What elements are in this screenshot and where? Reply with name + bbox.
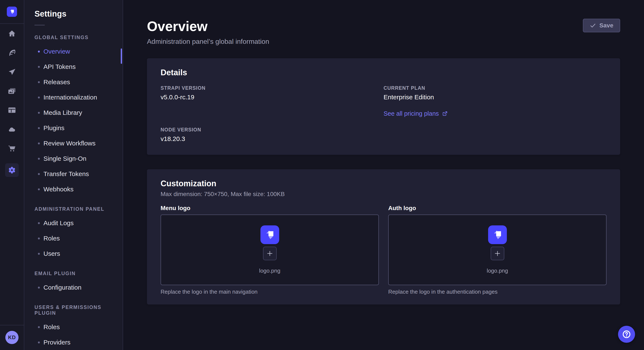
auth-logo-preview [488,225,507,244]
plus-icon [266,250,273,257]
sidebar-item-media-library[interactable]: Media Library [24,105,123,120]
menu-logo-upload-box[interactable]: logo.png [160,214,379,285]
sidebar-item-label: API Tokens [44,63,76,70]
workspace-logo-block[interactable] [0,0,24,24]
bullet-icon [38,127,40,129]
sidebar-item-transfer-tokens[interactable]: Transfer Tokens [24,166,123,181]
nav-content-type-builder-button[interactable] [5,48,19,57]
details-grid: STRAPI VERSION v5.0.0-rc.19 CURRENT PLAN… [160,85,606,143]
current-plan-field: CURRENT PLAN Enterprise Edition See all … [384,85,606,117]
bullet-icon [38,97,40,98]
sidebar-item-email-configuration[interactable]: Configuration [24,280,123,295]
shopping-cart-icon [8,144,16,153]
page-header: Overview Administration panel’s global i… [147,18,620,45]
help-button[interactable] [618,326,635,343]
auth-logo-add-button[interactable] [491,247,504,260]
sidebar-item-review-workflows[interactable]: Review Workflows [24,136,123,151]
details-heading: Details [160,68,606,77]
sidebar-item-label: Plugins [44,124,64,132]
sidebar-item-label: Review Workflows [44,140,96,147]
sidebar-item-label: Roles [44,324,60,331]
current-plan-label: CURRENT PLAN [384,85,606,91]
subnav-header: Settings [24,0,123,25]
strapi-version-field: STRAPI VERSION v5.0.0-rc.19 [160,85,384,117]
nav-home-button[interactable] [5,29,19,38]
details-card: Details STRAPI VERSION v5.0.0-rc.19 CURR… [147,58,620,155]
sidebar-item-label: Media Library [44,109,82,116]
sidebar-item-api-tokens[interactable]: API Tokens [24,59,123,74]
menu-logo-caption: Replace the logo in the main navigation [160,289,379,295]
section-label-users-permissions-plugin: USERS & PERMISSIONS PLUGIN [24,295,123,319]
user-avatar[interactable]: KD [5,331,18,344]
sidebar-item-label: Providers [44,339,70,346]
bullet-icon [38,81,40,83]
page-subtitle: Administration panel’s global informatio… [147,38,620,45]
menu-logo-field: Menu logo logo.png [160,205,379,295]
sidebar-item-up-roles[interactable]: Roles [24,319,123,335]
bullet-icon [38,112,40,114]
nav-releases-button[interactable] [5,68,19,76]
strapi-logo-icon [7,6,17,17]
sidebar-item-label: Releases [44,78,70,86]
strapi-mark-icon [263,228,276,241]
bullet-icon [38,253,40,255]
strapi-version-label: STRAPI VERSION [160,85,384,91]
bullet-icon [38,143,40,144]
auth-logo-label: Auth logo [388,205,606,212]
sidebar-item-admin-roles[interactable]: Roles [24,231,123,246]
sidebar-item-audit-logs[interactable]: Audit Logs [24,215,123,231]
bullet-icon [38,326,40,328]
sidebar-item-label: Transfer Tokens [44,170,89,177]
sidebar-item-label: Internationalization [44,94,97,101]
sidebar-item-plugins[interactable]: Plugins [24,120,123,136]
nav-deploy-button[interactable] [5,125,19,134]
home-icon [8,29,16,38]
sidebar-item-overview[interactable]: Overview [24,44,123,59]
customization-constraints: Max dimension: 750×750, Max file size: 1… [160,191,606,197]
bullet-icon [38,188,40,190]
bullet-icon [38,287,40,289]
pricing-plans-link-label: See all pricing plans [384,110,439,117]
customization-card: Customization Max dimension: 750×750, Ma… [147,169,620,305]
auth-logo-upload-box[interactable]: logo.png [388,214,606,285]
strapi-mark-icon [491,228,504,241]
main-nav-items [5,29,19,325]
sidebar-item-label: Overview [44,48,70,55]
nav-media-library-button[interactable] [5,87,19,95]
feather-icon [8,48,16,57]
menu-logo-filename: logo.png [259,268,280,274]
save-button[interactable]: Save [583,19,620,32]
nav-content-manager-button[interactable] [5,106,19,114]
page-title: Overview [147,18,620,35]
plus-icon [494,250,501,257]
menu-logo-add-button[interactable] [263,247,277,260]
section-label-email-plugin: EMAIL PLUGIN [24,261,123,280]
sidebar-item-label: Configuration [44,284,81,291]
sidebar-item-internationalization[interactable]: Internationalization [24,90,123,105]
pricing-plans-link[interactable]: See all pricing plans [384,110,448,117]
bullet-icon [38,51,40,52]
sidebar-item-releases[interactable]: Releases [24,74,123,90]
cloud-icon [8,125,16,134]
nav-marketplace-button[interactable] [5,144,19,153]
sidebar-item-label: Audit Logs [44,219,74,227]
node-version-label: NODE VERSION [160,127,384,133]
auth-logo-field: Auth logo logo.png [388,205,606,295]
active-item-indicator [121,48,122,64]
sidebar-item-single-sign-on[interactable]: Single Sign-On [24,151,123,166]
layout-window-icon [8,106,16,114]
main-nav-sidebar: KD [0,0,24,350]
settings-gear-icon [8,166,16,174]
paper-plane-icon [8,68,16,76]
strapi-mark-icon [8,8,16,15]
section-label-administration-panel: ADMINISTRATION PANEL [24,197,123,215]
bullet-icon [38,237,40,239]
save-button-label: Save [600,22,613,29]
sidebar-item-up-providers[interactable]: Providers [24,335,123,350]
bullet-icon [38,222,40,224]
sidebar-item-admin-users[interactable]: Users [24,246,123,261]
external-link-icon [442,111,448,117]
sidebar-item-webhooks[interactable]: Webhooks [24,181,123,197]
nav-settings-button[interactable] [5,163,19,177]
user-area: KD [0,325,24,350]
